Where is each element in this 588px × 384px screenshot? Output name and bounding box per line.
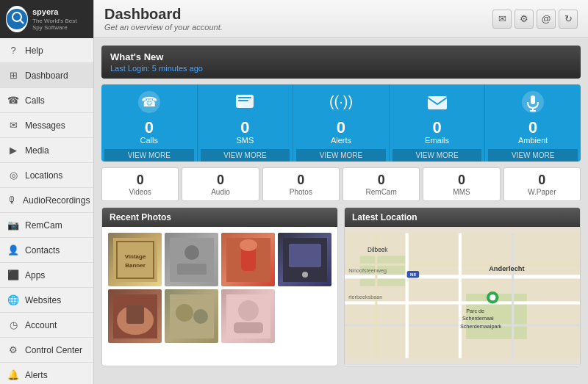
svg-text:Scherdemaal: Scherdemaal	[462, 315, 494, 322]
page-header: Dashboard Get an overview of your accoun…	[94, 0, 588, 38]
svg-text:Parc de: Parc de	[466, 308, 484, 314]
photo-thumb-2[interactable]	[165, 233, 218, 286]
stat-alerts: ((·)) 0 Alerts VIEW MORE	[293, 84, 390, 162]
stat-alerts-count: 0	[337, 120, 345, 136]
main-content: Dashboard Get an overview of your accoun…	[94, 0, 588, 384]
locations-icon: ◎	[7, 170, 19, 181]
stat-emails-icon	[426, 90, 449, 118]
sidebar-item-label: Contacts	[25, 245, 60, 256]
stat-sms-icon	[233, 90, 257, 118]
media-stats-row: 0 Videos 0 Audio 0 Photos 0 RemCam 0 MMS…	[101, 167, 581, 201]
refresh-button[interactable]: ↻	[559, 10, 578, 29]
sidebar-item-dashboard[interactable]: ⊞ Dashboard	[0, 63, 93, 88]
stat-emails-label: Emails	[425, 136, 449, 145]
photos-label: Photos	[266, 188, 336, 196]
audio-count: 0	[185, 173, 255, 188]
stat-calls-count: 0	[145, 120, 154, 136]
stat-ambient: 0 Ambient VIEW MORE	[485, 84, 581, 162]
photo-thumb-4[interactable]	[278, 233, 331, 286]
sidebar-item-remcam[interactable]: 📷 RemCam	[0, 213, 93, 238]
svg-rect-7	[238, 100, 248, 101]
sidebar-item-apps[interactable]: ⬛ Apps	[0, 263, 93, 288]
apps-icon: ⬛	[7, 269, 19, 280]
sidebar-item-controlcenter[interactable]: ⚙ Control Center	[0, 338, 93, 363]
help-icon: ?	[7, 45, 19, 56]
photos-grid: Vintage Banner	[102, 227, 337, 349]
stat-sms-viewmore[interactable]: VIEW MORE	[201, 149, 290, 162]
svg-text:Anderlecht: Anderlecht	[489, 265, 524, 272]
stats-row: ☎ 0 Calls VIEW MORE 0 SMS VIEW MORE ((·)	[101, 84, 581, 162]
svg-rect-10	[428, 96, 447, 109]
latest-location-panel: Latest Location	[344, 207, 581, 366]
svg-point-24	[240, 239, 257, 251]
mms-count: 0	[426, 173, 496, 188]
contacts-icon: 👤	[7, 244, 19, 256]
sidebar-item-label: Alerts	[25, 370, 48, 380]
stat-ambient-count: 0	[528, 120, 537, 136]
websites-icon: 🌐	[7, 294, 19, 305]
svg-point-27	[302, 272, 308, 278]
svg-rect-15	[113, 238, 157, 282]
email-button[interactable]: ✉	[492, 10, 512, 29]
svg-rect-26	[289, 244, 321, 267]
stat-ambient-viewmore[interactable]: VIEW MORE	[488, 149, 578, 162]
videos-count: 0	[105, 173, 175, 188]
header-toolbar: ✉ ⚙ @ ↻	[492, 10, 578, 29]
stat-ambient-label: Ambient	[518, 136, 548, 145]
sidebar-item-alerts[interactable]: 🔔 Alerts	[0, 363, 93, 384]
svg-text:Vintage: Vintage	[124, 253, 146, 260]
sidebar-item-contacts[interactable]: 👤 Contacts	[0, 238, 93, 263]
stat-calls-viewmore[interactable]: VIEW MORE	[104, 149, 194, 162]
sidebar-item-account[interactable]: ◷ Account	[0, 313, 93, 338]
sidebar-item-media[interactable]: ▶ Media	[0, 138, 93, 163]
logo-tagline: The World's Best Spy Software	[32, 18, 87, 31]
stat-sms-label: SMS	[236, 136, 254, 145]
alerts-icon: 🔔	[7, 369, 19, 380]
photo-thumb-1[interactable]: Vintage Banner	[108, 233, 162, 286]
remcam-count: 0	[346, 173, 416, 188]
svg-text:rterbeeksbaan: rterbeeksbaan	[348, 294, 382, 300]
stat-emails-viewmore[interactable]: VIEW MORE	[392, 149, 482, 162]
svg-point-35	[238, 300, 259, 321]
media-stat-videos: 0 Videos	[101, 167, 179, 201]
svg-point-33	[193, 309, 208, 324]
svg-point-32	[176, 304, 193, 322]
page-subtitle: Get an overview of your account.	[104, 23, 223, 32]
sidebar-item-messages[interactable]: ✉ Messages	[0, 113, 93, 138]
sidebar-item-label: Dashboard	[25, 70, 68, 81]
dashboard-content: What's New Last Login: 5 minutes ago ☎ 0…	[94, 38, 588, 384]
sidebar-item-locations[interactable]: ◎ Locations	[0, 163, 93, 188]
stat-emails: 0 Emails VIEW MORE	[390, 84, 486, 162]
sidebar-item-calls[interactable]: ☎ Calls	[0, 88, 93, 113]
svg-rect-30	[126, 305, 144, 324]
sidebar-item-label: Calls	[25, 95, 45, 106]
settings-button[interactable]: ⚙	[514, 10, 534, 29]
photo-thumb-7[interactable]	[221, 289, 275, 343]
sidebar-item-websites[interactable]: 🌐 Websites	[0, 288, 93, 313]
svg-text:Scherdemaalpark: Scherdemaalpark	[460, 323, 502, 330]
audio-label: Audio	[185, 188, 255, 196]
sidebar-item-help[interactable]: ? Help	[0, 38, 93, 63]
stat-calls-label: Calls	[140, 136, 158, 145]
svg-point-20	[184, 245, 199, 260]
photo-thumb-6[interactable]	[165, 289, 218, 343]
whats-new-title: What's New	[110, 51, 572, 62]
media-stat-audio: 0 Audio	[182, 167, 259, 201]
latest-location-header: Latest Location	[345, 208, 580, 227]
recent-photos-panel: Recent Photos Vintage Banner	[101, 207, 338, 366]
remcam-label: RemCam	[346, 188, 416, 196]
photo-thumb-5[interactable]	[108, 289, 162, 343]
stat-ambient-icon	[521, 90, 545, 118]
sidebar-item-label: RemCam	[25, 220, 62, 231]
photos-count: 0	[266, 173, 336, 188]
media-stat-remcam: 0 RemCam	[343, 167, 420, 201]
wpaper-label: W.Paper	[507, 188, 577, 196]
sidebar-item-audiorecordings[interactable]: 🎙 AudioRecordings	[0, 188, 93, 213]
photo-thumb-3[interactable]	[221, 233, 275, 286]
sidebar-item-label: Locations	[25, 170, 62, 181]
stat-alerts-viewmore[interactable]: VIEW MORE	[296, 149, 386, 162]
logo-icon	[6, 6, 28, 32]
svg-rect-41	[345, 301, 580, 304]
media-icon: ▶	[7, 145, 19, 156]
account-button[interactable]: @	[537, 10, 556, 29]
